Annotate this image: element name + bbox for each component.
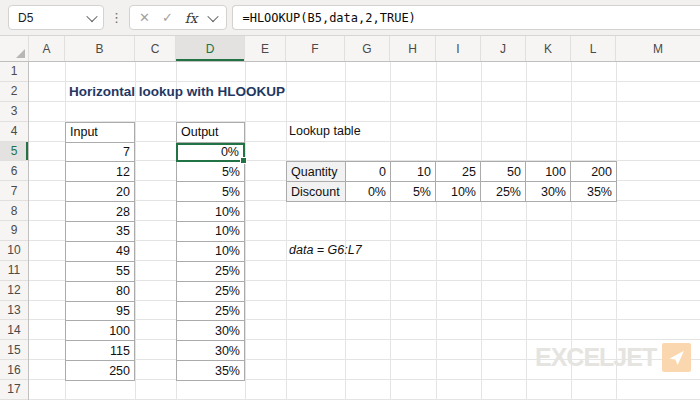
row-header-11[interactable]: 11	[0, 261, 28, 281]
row-header-2[interactable]: 2	[0, 82, 28, 102]
column-header-i[interactable]: I	[436, 36, 481, 61]
input-header-cell[interactable]: Input	[65, 123, 135, 143]
formula-bar: D5 ⋮ ✕ ✓ fx =HLOOKUP(B5,data,2,TRUE)	[0, 0, 700, 36]
column-header-e[interactable]: E	[245, 36, 286, 61]
exceljet-logo: EXCELJET	[535, 343, 691, 372]
quantity-cell[interactable]: 200	[571, 162, 617, 182]
discount-cell[interactable]: 25%	[481, 182, 526, 202]
row-header-9[interactable]: 9	[0, 221, 28, 241]
input-cell-b8[interactable]: 28	[65, 202, 135, 222]
chevron-down-icon[interactable]	[208, 10, 219, 21]
row-header-17[interactable]: 17	[0, 380, 28, 400]
discount-cell[interactable]: 5%	[391, 182, 436, 202]
cancel-icon[interactable]: ✕	[139, 11, 150, 24]
row-header-10[interactable]: 10	[0, 241, 28, 261]
column-header-c[interactable]: C	[135, 36, 176, 61]
column-headers: A B C D E F G H I J K L M	[0, 36, 700, 62]
column-header-j[interactable]: J	[481, 36, 526, 61]
exceljet-logo-text: EXCELJET	[535, 343, 656, 372]
formula-buttons: ✕ ✓ fx	[129, 5, 227, 30]
output-cell-d9[interactable]: 10%	[176, 222, 245, 242]
input-cell-b11[interactable]: 55	[65, 262, 135, 282]
sheet-grid: Horizontal lookup with HLOOKUP Input 7 1…	[29, 62, 700, 400]
formula-input[interactable]: =HLOOKUP(B5,data,2,TRUE)	[232, 5, 700, 30]
select-all-triangle-icon	[16, 49, 25, 58]
selected-cell-d5[interactable]: 0%	[176, 143, 245, 163]
discount-cell[interactable]: 35%	[571, 182, 617, 202]
column-header-l[interactable]: L	[571, 36, 616, 61]
output-cell-d11[interactable]: 25%	[176, 262, 245, 282]
enter-icon[interactable]: ✓	[162, 11, 173, 24]
input-cell-b7[interactable]: 20	[65, 182, 135, 202]
input-cell-b15[interactable]: 115	[65, 341, 135, 361]
column-header-d-selected[interactable]: D	[176, 36, 245, 61]
output-cell-d10[interactable]: 10%	[176, 242, 245, 262]
quantity-header-cell[interactable]: Quantity	[287, 162, 346, 182]
input-cell-b6[interactable]: 12	[65, 162, 135, 182]
worksheet-title[interactable]: Horizontal lookup with HLOOKUP	[69, 82, 285, 102]
column-header-b[interactable]: B	[65, 36, 135, 61]
input-cell-b14[interactable]: 100	[65, 321, 135, 341]
row-header-14[interactable]: 14	[0, 320, 28, 340]
discount-cell[interactable]: 30%	[526, 182, 571, 202]
lookup-table-label[interactable]: Lookup table	[289, 122, 361, 142]
row-header-15[interactable]: 15	[0, 340, 28, 360]
paper-plane-icon	[662, 343, 691, 372]
row-header-16[interactable]: 16	[0, 360, 28, 380]
gridline	[345, 62, 346, 400]
row-header-1[interactable]: 1	[0, 62, 28, 82]
output-header-cell[interactable]: Output	[176, 123, 245, 143]
named-range-note[interactable]: data = G6:L7	[289, 241, 362, 261]
quantity-cell[interactable]: 25	[436, 162, 481, 182]
row-header-13[interactable]: 13	[0, 301, 28, 321]
row-header-3[interactable]: 3	[0, 102, 28, 122]
input-cell-b9[interactable]: 35	[65, 222, 135, 242]
column-header-m[interactable]: M	[616, 36, 700, 61]
row-header-4[interactable]: 4	[0, 122, 28, 142]
quantity-cell[interactable]: 10	[391, 162, 436, 182]
output-cell-d8[interactable]: 10%	[176, 202, 245, 222]
column-header-h[interactable]: H	[390, 36, 436, 61]
output-cell-d6[interactable]: 5%	[176, 162, 245, 182]
quantity-cell[interactable]: 100	[526, 162, 571, 182]
gridline	[481, 62, 482, 400]
column-header-g[interactable]: G	[345, 36, 390, 61]
discount-header-cell[interactable]: Discount	[287, 182, 346, 202]
row-header-7[interactable]: 7	[0, 181, 28, 201]
output-cell-d7[interactable]: 5%	[176, 182, 245, 202]
select-all-corner[interactable]	[0, 36, 29, 61]
quantity-cell[interactable]: 50	[481, 162, 526, 182]
output-cell-d15[interactable]: 30%	[176, 341, 245, 361]
row-header-5-selected[interactable]: 5	[0, 142, 28, 162]
row-header-12[interactable]: 12	[0, 281, 28, 301]
input-cell-b12[interactable]: 80	[65, 282, 135, 302]
input-cell-b10[interactable]: 49	[65, 242, 135, 262]
output-cell-d16[interactable]: 35%	[176, 361, 245, 381]
output-cell-d13[interactable]: 25%	[176, 302, 245, 322]
column-header-a[interactable]: A	[29, 36, 65, 61]
gridline	[390, 62, 391, 400]
gridline	[526, 62, 527, 400]
gridline	[135, 62, 136, 400]
input-cell-b5[interactable]: 7	[65, 143, 135, 163]
quantity-cell[interactable]: 0	[346, 162, 391, 182]
input-cell-b16[interactable]: 250	[65, 361, 135, 381]
column-header-f[interactable]: F	[286, 36, 345, 61]
separator-dots-icon: ⋮	[109, 10, 124, 25]
row-header-8[interactable]: 8	[0, 201, 28, 221]
row-header-6[interactable]: 6	[0, 161, 28, 181]
output-range: Output 0% 5% 5% 10% 10% 10% 25% 25% 25% …	[176, 122, 245, 381]
lookup-table: Quantity 0 10 25 50 100 200 Discount 0% …	[286, 161, 617, 202]
gridline	[245, 62, 246, 400]
name-box[interactable]: D5	[8, 5, 104, 30]
gridline	[286, 62, 287, 400]
name-box-value: D5	[18, 11, 33, 25]
column-header-k[interactable]: K	[526, 36, 571, 61]
chevron-down-icon[interactable]	[86, 10, 97, 21]
discount-cell[interactable]: 10%	[436, 182, 481, 202]
output-cell-d14[interactable]: 30%	[176, 321, 245, 341]
insert-function-icon[interactable]: fx	[185, 10, 198, 26]
input-cell-b13[interactable]: 95	[65, 302, 135, 322]
output-cell-d12[interactable]: 25%	[176, 282, 245, 302]
discount-cell[interactable]: 0%	[346, 182, 391, 202]
